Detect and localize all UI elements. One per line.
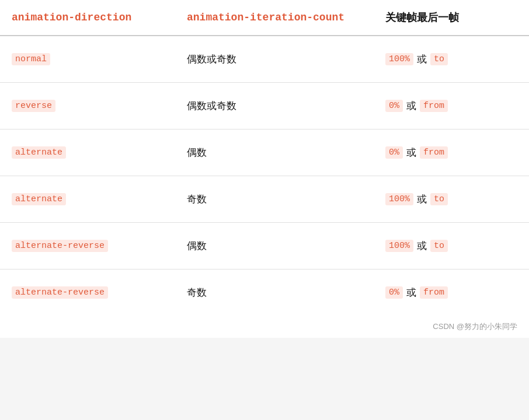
animation-table: animation-direction animation-iteration-… — [0, 0, 529, 316]
frame-cell: 100%或to — [374, 176, 529, 223]
table-header-row: animation-direction animation-iteration-… — [0, 0, 529, 36]
table-container: animation-direction animation-iteration-… — [0, 0, 529, 338]
frame-percent: 0% — [385, 286, 403, 299]
direction-cell: normal — [0, 36, 175, 83]
direction-value: alternate — [12, 146, 66, 159]
frame-cell: 100%或to — [374, 223, 529, 270]
col-frame-header: 关键帧最后一帧 — [374, 0, 529, 36]
last-frame-value: 100%或to — [385, 239, 517, 253]
last-frame-value: 100%或to — [385, 52, 517, 66]
frame-or: 或 — [406, 286, 416, 299]
frame-or: 或 — [417, 192, 427, 206]
iteration-cell: 偶数 — [175, 130, 374, 176]
direction-value: alternate-reverse — [12, 240, 108, 252]
direction-cell: alternate — [0, 176, 175, 223]
table-row: alternate-reverse奇数0%或from — [0, 270, 529, 316]
frame-or: 或 — [417, 239, 427, 253]
frame-or: 或 — [406, 99, 416, 113]
last-frame-value: 0%或from — [385, 286, 517, 299]
frame-or: 或 — [406, 146, 416, 159]
frame-keyword: to — [430, 240, 448, 252]
last-frame-value: 0%或from — [385, 99, 517, 113]
table-row: alternate奇数100%或to — [0, 176, 529, 223]
iteration-cell: 偶数 — [175, 223, 374, 270]
direction-cell: reverse — [0, 83, 175, 130]
iteration-cell: 奇数 — [175, 270, 374, 316]
col-direction-header: animation-direction — [0, 0, 175, 36]
table-row: reverse偶数或奇数0%或from — [0, 83, 529, 130]
frame-keyword: from — [420, 100, 448, 112]
direction-cell: alternate-reverse — [0, 270, 175, 316]
footer-credit: CSDN @努力的小朱同学 — [0, 316, 529, 338]
direction-value: normal — [12, 53, 50, 65]
frame-cell: 0%或from — [374, 130, 529, 176]
direction-value: reverse — [12, 100, 55, 112]
frame-cell: 0%或from — [374, 270, 529, 316]
frame-percent: 100% — [385, 53, 413, 65]
last-frame-value: 0%或from — [385, 146, 517, 159]
table-row: alternate偶数0%或from — [0, 130, 529, 176]
iteration-cell: 偶数或奇数 — [175, 83, 374, 130]
frame-percent: 0% — [385, 100, 403, 112]
frame-or: 或 — [417, 52, 427, 66]
iteration-cell: 偶数或奇数 — [175, 36, 374, 83]
frame-keyword: from — [420, 286, 448, 299]
frame-cell: 0%或from — [374, 83, 529, 130]
frame-percent: 0% — [385, 146, 403, 159]
frame-cell: 100%或to — [374, 36, 529, 83]
table-row: alternate-reverse偶数100%或to — [0, 223, 529, 270]
last-frame-value: 100%或to — [385, 192, 517, 206]
direction-cell: alternate-reverse — [0, 223, 175, 270]
direction-value: alternate — [12, 193, 66, 205]
frame-keyword: to — [430, 193, 448, 205]
direction-value: alternate-reverse — [12, 286, 108, 299]
frame-percent: 100% — [385, 240, 413, 252]
frame-keyword: from — [420, 146, 448, 159]
frame-percent: 100% — [385, 193, 413, 205]
direction-cell: alternate — [0, 130, 175, 176]
iteration-cell: 奇数 — [175, 176, 374, 223]
frame-keyword: to — [430, 53, 448, 65]
table-row: normal偶数或奇数100%或to — [0, 36, 529, 83]
col-iteration-header: animation-iteration-count — [175, 0, 374, 36]
